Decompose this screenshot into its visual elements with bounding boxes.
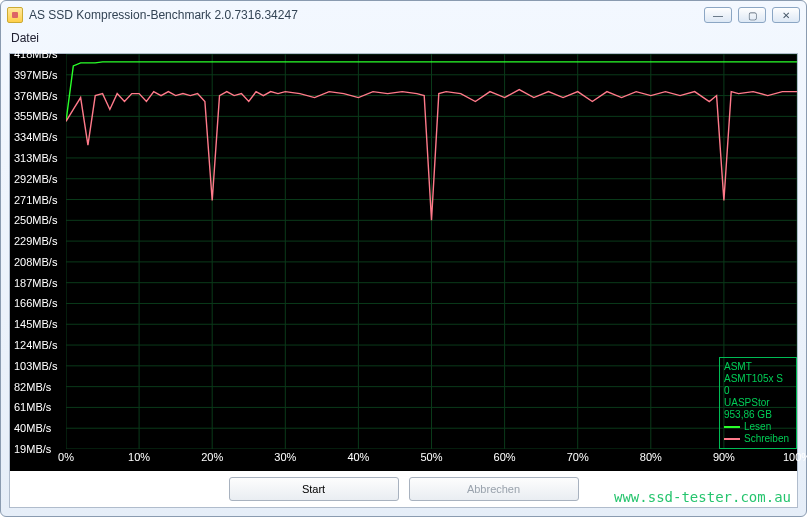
y-tick-label: 397MB/s xyxy=(14,69,57,81)
close-button[interactable]: ✕ xyxy=(772,7,800,23)
maximize-button[interactable]: ▢ xyxy=(738,7,766,23)
abort-button[interactable]: Abbrechen xyxy=(409,477,579,501)
y-tick-label: 40MB/s xyxy=(14,422,51,434)
y-tick-label: 334MB/s xyxy=(14,131,57,143)
x-tick-label: 80% xyxy=(640,451,662,463)
y-tick-label: 250MB/s xyxy=(14,214,57,226)
menu-file[interactable]: Datei xyxy=(11,31,39,45)
x-tick-label: 40% xyxy=(347,451,369,463)
client-area: 418MB/s397MB/s376MB/s355MB/s334MB/s313MB… xyxy=(9,53,798,508)
window-title: AS SSD Kompression-Benchmark 2.0.7316.34… xyxy=(29,8,704,22)
app-window: AS SSD Kompression-Benchmark 2.0.7316.34… xyxy=(0,0,807,517)
y-tick-label: 187MB/s xyxy=(14,277,57,289)
x-tick-label: 30% xyxy=(274,451,296,463)
y-tick-label: 355MB/s xyxy=(14,110,57,122)
y-tick-label: 229MB/s xyxy=(14,235,57,247)
y-tick-label: 103MB/s xyxy=(14,360,57,372)
y-tick-label: 61MB/s xyxy=(14,401,51,413)
x-tick-label: 60% xyxy=(494,451,516,463)
x-tick-label: 100% xyxy=(783,451,807,463)
y-tick-label: 82MB/s xyxy=(14,381,51,393)
titlebar: AS SSD Kompression-Benchmark 2.0.7316.34… xyxy=(1,1,806,29)
y-tick-label: 124MB/s xyxy=(14,339,57,351)
minimize-button[interactable]: — xyxy=(704,7,732,23)
chart-plot xyxy=(66,54,797,449)
legend-read-row: Lesen xyxy=(724,421,792,433)
x-tick-label: 50% xyxy=(420,451,442,463)
y-tick-label: 292MB/s xyxy=(14,173,57,185)
x-tick-label: 0% xyxy=(58,451,74,463)
legend-write-swatch xyxy=(724,438,740,440)
y-tick-label: 271MB/s xyxy=(14,194,57,206)
x-tick-label: 70% xyxy=(567,451,589,463)
legend-write-label: Schreiben xyxy=(744,433,789,445)
start-button[interactable]: Start xyxy=(229,477,399,501)
legend-write-row: Schreiben xyxy=(724,433,792,445)
legend-driver: UASPStor xyxy=(724,397,792,409)
y-tick-label: 376MB/s xyxy=(14,90,57,102)
y-tick-label: 208MB/s xyxy=(14,256,57,268)
legend-device-2: 0 xyxy=(724,385,792,397)
y-tick-label: 313MB/s xyxy=(14,152,57,164)
legend-capacity: 953,86 GB xyxy=(724,409,792,421)
legend-box: ASMT ASMT105x S 0 UASPStor 953,86 GB Les… xyxy=(719,357,797,449)
x-axis: 0%10%20%30%40%50%60%70%80%90%100% xyxy=(66,449,797,471)
chart-svg xyxy=(66,54,797,449)
y-tick-label: 145MB/s xyxy=(14,318,57,330)
app-icon xyxy=(7,7,23,23)
y-tick-label: 19MB/s xyxy=(14,443,51,455)
y-axis: 418MB/s397MB/s376MB/s355MB/s334MB/s313MB… xyxy=(10,54,66,449)
legend-device-1: ASMT ASMT105x S xyxy=(724,361,792,385)
y-tick-label: 418MB/s xyxy=(14,48,57,60)
y-tick-label: 166MB/s xyxy=(14,297,57,309)
legend-read-swatch xyxy=(724,426,740,428)
x-tick-label: 20% xyxy=(201,451,223,463)
menubar: Datei xyxy=(1,29,806,49)
x-tick-label: 90% xyxy=(713,451,735,463)
legend-read-label: Lesen xyxy=(744,421,771,433)
x-tick-label: 10% xyxy=(128,451,150,463)
window-controls: — ▢ ✕ xyxy=(704,7,800,23)
chart-area: 418MB/s397MB/s376MB/s355MB/s334MB/s313MB… xyxy=(10,54,797,471)
button-row: Start Abbrechen xyxy=(10,471,797,507)
